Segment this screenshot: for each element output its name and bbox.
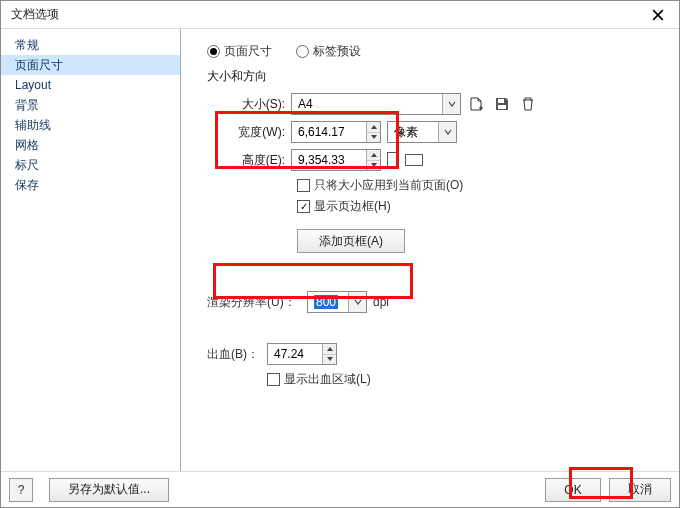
radio-text: 标签预设	[313, 43, 361, 60]
checkbox-text: 显示页边框(H)	[314, 198, 391, 215]
radio-icon	[207, 45, 220, 58]
width-label: 宽度(W):	[233, 124, 291, 141]
button-label: 取消	[628, 481, 652, 498]
unit-value: 像素	[388, 124, 438, 141]
sidebar: 常规 页面尺寸 Layout 背景 辅助线 网格 标尺 保存	[1, 29, 181, 471]
chevron-down-icon	[438, 122, 456, 142]
save-defaults-button[interactable]: 另存为默认值...	[49, 478, 169, 502]
size-orientation-heading: 大小和方向	[207, 68, 663, 85]
unit-combo[interactable]: 像素	[387, 121, 457, 143]
svg-rect-1	[498, 105, 506, 109]
footer: ? 另存为默认值... OK 取消	[1, 471, 679, 507]
add-frame-button[interactable]: 添加页框(A)	[297, 229, 405, 253]
sidebar-item-guides[interactable]: 辅助线	[1, 115, 180, 135]
bleed-label: 出血(B)：	[207, 346, 267, 363]
save-icon	[494, 96, 510, 112]
size-label: 大小(S):	[233, 96, 291, 113]
size-value: A4	[292, 97, 442, 111]
sidebar-item-label: 背景	[15, 98, 39, 112]
orientation-portrait[interactable]	[387, 152, 399, 168]
chevron-down-icon	[442, 94, 460, 114]
render-res-label: 渲染分辨率(U)：	[207, 294, 307, 311]
close-button[interactable]	[645, 5, 671, 25]
sidebar-item-label: 网格	[15, 138, 39, 152]
sidebar-item-label: 保存	[15, 178, 39, 192]
sidebar-item-label: 常规	[15, 38, 39, 52]
height-value: 9,354.33	[292, 153, 366, 167]
sidebar-item-layout[interactable]: Layout	[1, 75, 180, 95]
size-combo[interactable]: A4	[291, 93, 461, 115]
radio-label-preset[interactable]: 标签预设	[296, 43, 361, 60]
trash-icon	[520, 96, 536, 112]
orientation-landscape[interactable]	[405, 154, 423, 166]
chevron-down-icon	[348, 292, 366, 312]
radio-icon	[296, 45, 309, 58]
button-label: 添加页框(A)	[319, 233, 383, 250]
height-label: 高度(E):	[233, 152, 291, 169]
dialog-title: 文档选项	[11, 6, 59, 23]
bleed-spinner[interactable]: 47.24	[267, 343, 337, 365]
sidebar-item-label: 辅助线	[15, 118, 51, 132]
show-bleed-checkbox[interactable]: 显示出血区域(L)	[267, 371, 371, 388]
page-add-icon	[468, 96, 484, 112]
checkbox-icon	[297, 200, 310, 213]
save-preset-button[interactable]	[491, 93, 513, 115]
sidebar-item-background[interactable]: 背景	[1, 95, 180, 115]
page-add-button[interactable]	[465, 93, 487, 115]
sidebar-item-save[interactable]: 保存	[1, 175, 180, 195]
delete-preset-button[interactable]	[517, 93, 539, 115]
sidebar-item-ruler[interactable]: 标尺	[1, 155, 180, 175]
checkbox-text: 只将大小应用到当前页面(O)	[314, 177, 463, 194]
help-button[interactable]: ?	[9, 478, 33, 502]
render-res-value: 800	[308, 295, 348, 309]
radio-text: 页面尺寸	[224, 43, 272, 60]
sidebar-item-label: 标尺	[15, 158, 39, 172]
render-res-unit: dpi	[373, 295, 389, 309]
checkbox-text: 显示出血区域(L)	[284, 371, 371, 388]
close-icon	[652, 9, 664, 21]
width-spinner[interactable]: 6,614.17	[291, 121, 381, 143]
show-border-checkbox[interactable]: 显示页边框(H)	[297, 198, 391, 215]
sidebar-item-grid[interactable]: 网格	[1, 135, 180, 155]
sidebar-item-label: 页面尺寸	[15, 58, 63, 72]
width-value: 6,614.17	[292, 125, 366, 139]
spinner-buttons[interactable]	[366, 150, 380, 170]
apply-current-checkbox[interactable]: 只将大小应用到当前页面(O)	[297, 177, 463, 194]
radio-page-size[interactable]: 页面尺寸	[207, 43, 272, 60]
bleed-value: 47.24	[268, 347, 322, 361]
height-spinner[interactable]: 9,354.33	[291, 149, 381, 171]
cancel-button[interactable]: 取消	[609, 478, 671, 502]
checkbox-icon	[297, 179, 310, 192]
sidebar-item-page-size[interactable]: 页面尺寸	[1, 55, 180, 75]
spinner-buttons[interactable]	[322, 344, 336, 364]
ok-button[interactable]: OK	[545, 478, 601, 502]
sidebar-item-general[interactable]: 常规	[1, 35, 180, 55]
button-label: 另存为默认值...	[68, 481, 150, 498]
button-label: OK	[564, 483, 581, 497]
sidebar-item-label: Layout	[15, 78, 51, 92]
help-label: ?	[18, 483, 25, 497]
checkbox-icon	[267, 373, 280, 386]
content-panel: 页面尺寸 标签预设 大小和方向 大小(S): A4	[181, 29, 679, 471]
svg-rect-0	[498, 99, 504, 103]
render-res-combo[interactable]: 800	[307, 291, 367, 313]
spinner-buttons[interactable]	[366, 122, 380, 142]
